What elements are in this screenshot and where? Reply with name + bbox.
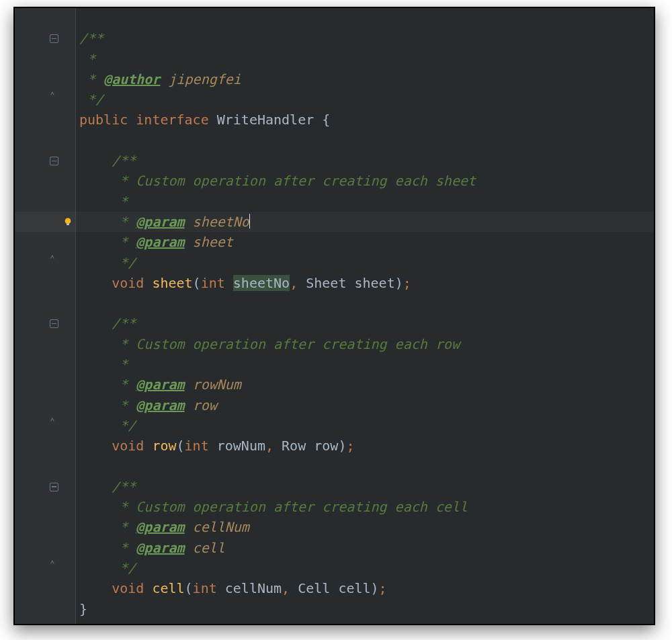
- javadoc-tag: @param: [136, 540, 184, 556]
- fold-close-icon[interactable]: ⌃: [50, 256, 54, 263]
- fold-minus-icon[interactable]: [50, 157, 58, 165]
- comment-text: */: [112, 255, 136, 271]
- comment-text: /**: [112, 479, 136, 495]
- comment-text: *: [112, 234, 136, 250]
- comment-text: * Custom operation after creating each s…: [112, 173, 476, 189]
- param: rowNum: [217, 438, 265, 454]
- svg-rect-1: [67, 223, 69, 225]
- code-line[interactable]: *: [75, 49, 654, 69]
- fold-close-icon[interactable]: ⌃: [50, 419, 54, 426]
- comment-text: /**: [79, 30, 103, 46]
- param-type: int: [185, 438, 209, 454]
- param-name: rowNum: [193, 376, 241, 393]
- code-line[interactable]: void sheet(int sheetNo, Sheet sheet);: [75, 273, 654, 293]
- code-line[interactable]: void row(int rowNum, Row row);: [75, 436, 654, 456]
- author-name: jipengfei: [168, 71, 241, 87]
- code-line[interactable]: */: [75, 415, 654, 436]
- class-name: WriteHandler: [217, 112, 314, 128]
- method-name: row: [152, 438, 176, 454]
- param-type: int: [201, 275, 225, 291]
- param-highlight: sheetNo: [233, 275, 290, 291]
- editor-frame: ⌃ ⌃ ⌃ ⌃ /** * * @author: [13, 7, 655, 625]
- comment-text: *: [112, 397, 136, 413]
- fold-minus-icon[interactable]: [50, 34, 58, 43]
- return-type: void: [112, 275, 144, 291]
- param-type: Sheet: [306, 275, 346, 291]
- code-line[interactable]: * Custom operation after creating each r…: [75, 334, 654, 354]
- gutter: ⌃ ⌃ ⌃ ⌃: [15, 8, 76, 624]
- code-line[interactable]: * @author jipengfei: [75, 69, 654, 89]
- text-caret: [249, 214, 250, 229]
- param: row: [314, 438, 338, 454]
- comment-text: * Custom operation after creating each c…: [112, 499, 468, 515]
- fold-close-icon[interactable]: ⌃: [50, 561, 54, 568]
- param-name: sheetNo: [193, 214, 249, 230]
- brace: }: [79, 601, 87, 617]
- javadoc-tag: @author: [103, 71, 160, 87]
- code-line[interactable]: * @param sheetNo: [75, 212, 654, 232]
- return-type: void: [112, 438, 144, 454]
- javadoc-tag: @param: [136, 234, 184, 250]
- code-line[interactable]: * @param cell: [75, 538, 654, 558]
- svg-point-0: [65, 218, 71, 224]
- code-line[interactable]: * @param cellNum: [75, 517, 654, 537]
- code-line[interactable]: /**: [75, 28, 654, 48]
- param: cellNum: [225, 580, 282, 596]
- param-name: cellNum: [193, 519, 249, 535]
- code-line[interactable]: *: [75, 192, 654, 212]
- code-line[interactable]: /**: [75, 477, 654, 497]
- brace: {: [322, 112, 330, 128]
- code-area[interactable]: /** * * @author jipengfei */ public inte…: [75, 8, 654, 624]
- code-line[interactable]: */: [75, 558, 654, 578]
- keyword: interface: [136, 112, 208, 128]
- code-line[interactable]: /**: [75, 313, 654, 333]
- comment-text: * Custom operation after creating each r…: [112, 336, 460, 352]
- code-line[interactable]: * @param row: [75, 395, 654, 415]
- param-name: sheet: [193, 234, 233, 250]
- code-line[interactable]: * Custom operation after creating each c…: [75, 497, 654, 517]
- method-name: cell: [152, 580, 184, 596]
- param: sheet: [354, 275, 394, 291]
- comment-text: */: [112, 417, 136, 434]
- code-line[interactable]: public interface WriteHandler {: [75, 110, 654, 130]
- comment-text: *: [112, 376, 136, 393]
- comment-text: *: [112, 356, 128, 372]
- param-type: Row: [282, 438, 306, 454]
- code-line[interactable]: * @param rowNum: [75, 374, 654, 395]
- method-name: sheet: [152, 275, 192, 291]
- keyword: public: [79, 112, 128, 128]
- return-type: void: [112, 580, 144, 596]
- code-line[interactable]: void cell(int cellNum, Cell cell);: [75, 578, 654, 598]
- fold-close-icon[interactable]: ⌃: [50, 93, 54, 99]
- code-line[interactable]: */: [75, 253, 654, 273]
- fold-minus-icon[interactable]: [50, 483, 58, 491]
- javadoc-tag: @param: [136, 214, 184, 230]
- comment-text: /**: [112, 153, 136, 169]
- javadoc-tag: @param: [136, 519, 184, 535]
- comment-text: *: [112, 540, 136, 556]
- fold-minus-icon[interactable]: [50, 319, 58, 328]
- param-name: cell: [193, 540, 225, 556]
- comment-text: *: [112, 214, 136, 230]
- intention-bulb-icon[interactable]: [63, 217, 73, 227]
- comment-text: */: [79, 91, 103, 108]
- code-line[interactable]: *: [75, 354, 654, 374]
- code-line[interactable]: }: [75, 599, 654, 619]
- comment-text: *: [112, 194, 128, 210]
- param: cell: [338, 580, 370, 596]
- comment-text: /**: [112, 315, 136, 331]
- comment-text: */: [112, 560, 136, 576]
- code-line[interactable]: * Custom operation after creating each s…: [75, 171, 654, 191]
- code-line[interactable]: * @param sheet: [75, 232, 654, 252]
- comment-text: *: [112, 519, 136, 535]
- javadoc-tag: @param: [136, 376, 184, 393]
- param-type: Cell: [298, 580, 330, 596]
- code-line[interactable]: */: [75, 89, 654, 110]
- javadoc-tag: @param: [136, 397, 184, 413]
- param-type: int: [193, 580, 217, 596]
- comment-text: *: [79, 51, 95, 67]
- comment-text: *: [79, 71, 103, 87]
- param-name: row: [193, 397, 217, 413]
- code-line[interactable]: /**: [75, 151, 654, 171]
